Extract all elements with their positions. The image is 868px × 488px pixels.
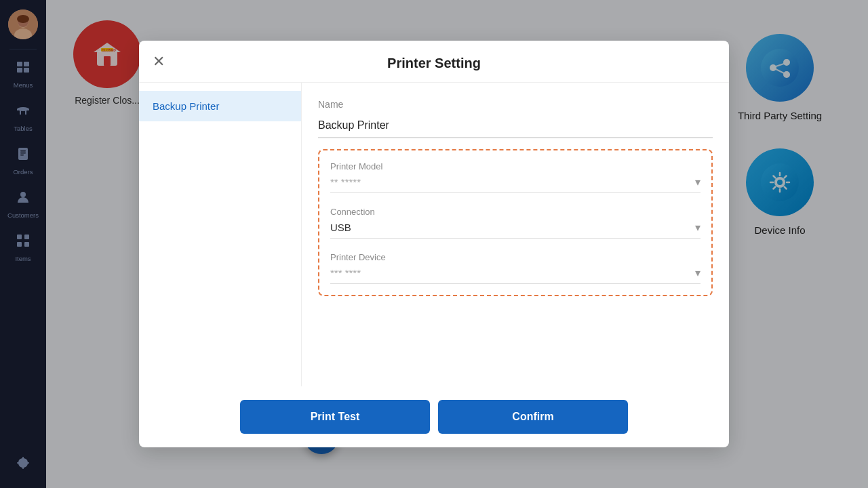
connection-group: Connection USB ▾ [330,207,701,239]
connection-select[interactable]: USB ▾ [330,221,701,239]
modal-sidebar-item-backup-printer[interactable]: Backup Printer [139,91,301,121]
modal-title: Printer Setting [387,56,481,71]
connection-chevron: ▾ [695,221,701,234]
name-form-group: Name [318,99,713,138]
modal-header: ✕ Printer Setting [139,41,729,83]
print-test-button[interactable]: Print Test [240,400,430,434]
printer-device-group: Printer Device *** **** ▾ [330,252,701,284]
printer-model-label: Printer Model [330,161,701,171]
printer-device-value: *** **** [330,267,361,279]
printer-model-chevron: ▾ [695,176,701,188]
name-label: Name [318,99,713,110]
connection-value: USB [330,222,351,233]
modal-footer: Print Test Confirm [139,386,729,447]
modal-body: Backup Printer Name Printer Model ** ***… [139,83,729,386]
printer-model-value: ** ***** [330,176,361,188]
name-input[interactable] [318,114,713,138]
modal-close-button[interactable]: ✕ [153,53,165,70]
modal-overlay: ✕ Printer Setting Backup Printer Name [0,0,868,488]
printer-device-label: Printer Device [330,252,701,262]
connection-label: Connection [330,207,701,217]
modal-sidebar: Backup Printer [139,83,302,386]
printer-model-group: Printer Model ** ***** ▾ [330,161,701,193]
printer-model-select[interactable]: ** ***** ▾ [330,176,701,193]
printer-config-box: Printer Model ** ***** ▾ Connection USB … [318,149,713,296]
printer-device-chevron: ▾ [695,266,701,279]
confirm-button[interactable]: Confirm [438,400,628,434]
form-spacer [318,307,713,370]
modal-form-content: Name Printer Model ** ***** ▾ [302,83,729,386]
printer-setting-modal: ✕ Printer Setting Backup Printer Name [139,41,729,447]
printer-device-select[interactable]: *** **** ▾ [330,266,701,284]
